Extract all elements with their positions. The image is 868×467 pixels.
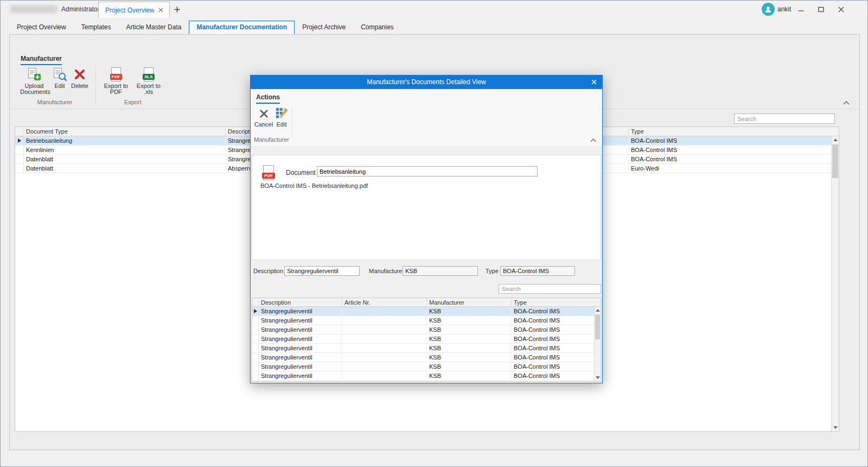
search-input[interactable]	[734, 113, 835, 124]
export-to-pdf-button[interactable]: PDF Export to PDF	[100, 66, 132, 96]
document-tab-close-icon[interactable]	[156, 6, 165, 15]
type-input[interactable]	[500, 266, 575, 276]
tab-project-overview[interactable]: Project Overview	[9, 21, 74, 34]
edit-label: Edit	[55, 83, 65, 89]
minimize-button[interactable]	[792, 1, 810, 18]
upload-documents-label: Upload Documents	[20, 83, 48, 95]
description-label: Description	[253, 268, 283, 274]
administrator-label: Administrator	[61, 1, 100, 18]
column-header-document-type[interactable]: Document Type	[24, 127, 226, 136]
close-icon	[591, 79, 597, 85]
row-indicator	[252, 344, 259, 352]
cell-description: Strangregulierventil	[259, 335, 342, 343]
app-window: Administrator Project Overview ankit Pro…	[0, 0, 868, 467]
person-icon	[764, 5, 773, 14]
maximize-button[interactable]	[812, 1, 830, 18]
cell-manufacturer: KSB	[427, 316, 512, 325]
table-row[interactable]: StrangregulierventilKSBBOA-Control IMS	[252, 362, 594, 371]
tab-article-master-data[interactable]: Article Master Data	[118, 21, 189, 34]
column-header-article-nr[interactable]: Article Nr.	[342, 298, 427, 306]
vertical-scrollbar[interactable]	[831, 136, 839, 431]
upload-documents-icon	[27, 67, 41, 82]
vertical-scrollbar[interactable]	[594, 307, 601, 381]
column-header-type[interactable]: Type	[629, 127, 839, 136]
chevron-up-icon	[843, 101, 850, 105]
table-row[interactable]: StrangregulierventilKSBBOA-Control IMS	[252, 344, 594, 353]
cell-description: Strangregulierventil	[259, 344, 342, 352]
document-tab-project-overview[interactable]: Project Overview	[98, 2, 170, 18]
ribbon-tab-actions[interactable]: Actions	[256, 93, 280, 104]
cell-article-nr	[342, 353, 427, 362]
manufacturer-documents-dialog: Manufacturer's Documents Detailed View A…	[250, 75, 603, 383]
document-file-name[interactable]: BOA-Control IMS - Betriebsanleitung.pdf	[260, 182, 368, 189]
column-header-type[interactable]: Type	[512, 298, 601, 306]
cell-type: BOA-Control IMS	[512, 316, 594, 325]
username-label: ankit	[777, 1, 791, 18]
tab-project-archive[interactable]: Project Archive	[295, 21, 353, 34]
pdf-file-icon: PDF	[262, 165, 275, 180]
table-row[interactable]: StrangregulierventilKSBBOA-Control IMS	[252, 316, 594, 325]
tab-templates[interactable]: Templates	[74, 21, 119, 34]
scroll-down-icon[interactable]	[595, 374, 601, 381]
cell-type: BOA-Control IMS	[512, 362, 594, 371]
scroll-down-icon[interactable]	[832, 424, 839, 431]
main-tab-strip: Project Overview Templates Article Maste…	[9, 20, 401, 34]
dialog-titlebar[interactable]: Manufacturer's Documents Detailed View	[251, 75, 602, 89]
close-window-button[interactable]	[832, 1, 850, 18]
maximize-icon	[818, 7, 824, 12]
edit-button[interactable]: Edit	[51, 66, 68, 90]
cell-manufacturer: KSB	[427, 371, 512, 380]
document-type-input[interactable]	[317, 166, 538, 176]
scroll-up-icon[interactable]	[832, 136, 839, 143]
row-indicator	[252, 371, 259, 380]
user-avatar[interactable]	[762, 3, 775, 16]
cell-type: BOA-Control IMS	[512, 335, 594, 343]
cell-manufacturer: KSB	[427, 325, 512, 334]
export-to-xls-label: Export to .xls	[135, 83, 163, 95]
cell-manufacturer: KSB	[427, 344, 512, 352]
ribbon-collapse-button[interactable]	[842, 99, 851, 106]
scrollbar-thumb[interactable]	[832, 144, 838, 178]
dialog-close-button[interactable]	[588, 77, 600, 87]
cell-manufacturer: KSB	[427, 307, 512, 315]
cell-type: BOA-Control IMS	[629, 155, 831, 163]
cell-article-nr	[342, 325, 427, 334]
cancel-button[interactable]: Cancel	[254, 108, 273, 128]
ribbon-tab-manufacturer[interactable]: Manufacturer	[21, 55, 62, 65]
scroll-up-icon[interactable]	[595, 307, 601, 314]
cell-type: BOA-Control IMS	[512, 344, 594, 352]
cell-description: Strangregulierventil	[259, 353, 342, 362]
chevron-up-icon	[590, 138, 596, 142]
cell-type: BOA-Control IMS	[512, 371, 594, 380]
upload-documents-button[interactable]: Upload Documents	[18, 66, 50, 96]
grid-header: Description Article Nr. Manufacturer Typ…	[252, 298, 601, 307]
ribbon-collapse-button[interactable]	[589, 137, 597, 143]
table-row[interactable]: StrangregulierventilKSBBOA-Control IMS	[252, 307, 594, 316]
new-tab-button[interactable]	[171, 4, 183, 15]
table-row[interactable]: StrangregulierventilKSBBOA-Control IMS	[252, 371, 594, 381]
row-indicator	[15, 164, 24, 173]
cancel-icon	[259, 108, 269, 119]
export-to-xls-button[interactable]: XLS Export to .xls	[133, 66, 164, 96]
column-header-manufacturer[interactable]: Manufacturer	[427, 298, 512, 306]
table-row[interactable]: StrangregulierventilKSBBOA-Control IMS	[252, 325, 594, 335]
ribbon-group-caption-export: Export	[100, 99, 165, 105]
delete-label: Delete	[71, 83, 88, 89]
tab-manufacturer-documentation[interactable]: Manufacturer Documentation	[189, 21, 295, 34]
tab-companies[interactable]: Companies	[353, 21, 401, 34]
table-row[interactable]: StrangregulierventilKSBBOA-Control IMS	[252, 335, 594, 344]
edit-button[interactable]: Edit	[273, 108, 290, 128]
dialog-fields: Description Manufacturer Type	[251, 266, 602, 277]
scrollbar-thumb[interactable]	[595, 314, 600, 339]
manufacturer-input[interactable]	[403, 266, 478, 276]
table-row[interactable]: StrangregulierventilKSBBOA-Control IMS	[252, 353, 594, 362]
description-input[interactable]	[284, 266, 360, 276]
dialog-search-input[interactable]	[499, 284, 601, 294]
delete-button[interactable]: Delete	[69, 66, 90, 90]
redacted-app-name	[10, 5, 57, 13]
export-to-pdf-label: Export to PDF	[102, 83, 130, 95]
grid-body: StrangregulierventilKSBBOA-Control IMSSt…	[252, 307, 594, 381]
column-header-description[interactable]: Description	[259, 298, 342, 306]
cancel-label: Cancel	[254, 121, 273, 128]
cell-document-type: Kennlinien	[24, 146, 226, 154]
